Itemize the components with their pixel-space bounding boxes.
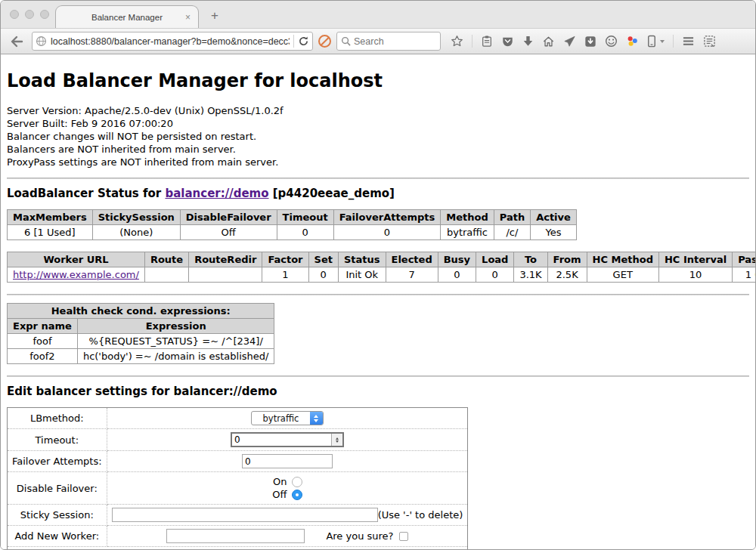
worker-data-row: http://www.example.com/ 1 0 Init Ok 7 0 … [8,267,756,283]
feedback-button[interactable] [605,35,618,48]
cell-expr-name-1: foof [8,334,78,349]
col-routeredir: RouteRedir [189,252,262,267]
health-table-title: Health check cond. expressions: [8,304,274,319]
radio-off[interactable] [292,490,302,500]
confirm-checkbox[interactable] [399,532,408,541]
cell-expression-2: hc('body') =~ /domain is established/ [77,349,274,364]
pocket-icon [501,36,514,48]
col-timeout: Timeout [277,210,333,225]
home-button[interactable] [542,36,555,48]
col-set: Set [308,252,338,267]
colors-extension-button[interactable] [626,35,639,48]
device-extension-button[interactable] [647,35,656,48]
failover-attempts-cell [107,451,468,472]
downloads-button[interactable] [522,36,534,48]
health-title-row: Health check cond. expressions: [8,304,274,319]
reload-button[interactable] [298,36,309,47]
col-status: Status [338,252,386,267]
pocket-button[interactable] [501,36,514,48]
persist-warning-line: Balancer changes will NOT be persisted o… [7,130,749,143]
health-header-row: Expr name Expression [8,319,274,334]
cell-maxmembers: 6 [1 Used] [8,225,93,240]
sticky-session-row: Sticky Session: (Use '-' to delete) [8,505,468,526]
device-icon [647,35,656,48]
cell-busy: 0 [438,267,476,283]
disable-failover-label: Disable Failover: [8,472,107,505]
cell-load: 0 [476,267,514,283]
hamburger-icon [682,36,695,47]
new-tab-button[interactable]: + [211,8,218,23]
submit-row: Submit [8,547,468,550]
select-stepper-icon [310,411,323,425]
worker-url-link[interactable]: http://www.example.com/ [13,269,139,280]
sticky-session-label: Sticky Session: [8,505,107,526]
cell-failoverattempts: 0 [333,225,441,240]
divider-2 [7,294,749,295]
minimize-window-button[interactable] [25,10,34,19]
proxypass-warning-line: ProxyPass settings are NOT inherited fro… [7,156,749,168]
failover-attempts-label: Failover Attempts: [8,451,107,472]
radio-on-label: On [273,475,287,488]
failover-attempts-input[interactable] [242,454,333,468]
confirm-label: Are you sure? [326,530,393,542]
cell-active: Yes [531,225,577,240]
zoom-window-button[interactable] [40,10,49,19]
health-row-foof2: foof2 hc('body') =~ /domain is establish… [8,349,274,364]
lbmethod-select[interactable]: bytraffic [251,411,324,425]
divider-3 [7,375,749,377]
col-failoverattempts: FailoverAttempts [333,210,441,225]
cell-set: 0 [308,267,338,283]
cell-route [144,267,188,283]
sticky-session-hint: (Use '-' to delete) [378,509,463,521]
bookmark-star-button[interactable] [451,35,463,48]
col-hc-method: HC Method [587,252,658,267]
url-text[interactable]: localhost:8880/balancer-manager?b=demo&n… [51,36,290,47]
reload-icon [298,36,309,47]
lbmethod-label: LBmethod: [8,408,107,429]
timeout-cell [107,429,468,451]
reading-list-button[interactable] [481,35,493,48]
tab-bar: Balancer Manager × + [1,1,755,28]
window-controls [10,10,49,19]
cell-expr-name-2: foof2 [8,349,78,364]
divider [7,178,749,179]
square-download-icon [584,36,596,48]
lbmethod-cell: bytraffic [107,408,468,429]
dropdown-caret-icon[interactable] [660,40,665,43]
timeout-input[interactable] [232,434,331,445]
send-icon [563,36,576,48]
grid-icon [703,35,716,48]
balancer-demo-link[interactable]: balancer://demo [165,187,268,200]
extension-download-button[interactable] [584,36,596,48]
cell-factor: 1 [262,267,308,283]
sticky-session-cell: (Use '-' to delete) [107,505,468,526]
edit-balancer-form: LBmethod: bytraffic Timeout: [7,407,468,550]
search-box[interactable] [336,32,441,51]
failover-attempts-row: Failover Attempts: [8,451,468,472]
health-check-table: Health check cond. expressions: Expr nam… [7,303,274,364]
edit-settings-heading: Edit balancer settings for balancer://de… [7,385,749,398]
cell-path: /c/ [494,225,530,240]
sticky-session-input[interactable] [112,508,378,522]
add-worker-input[interactable] [166,529,305,543]
menu-button[interactable] [682,36,695,47]
col-expression: Expression [77,319,274,334]
tab-balancer-manager[interactable]: Balancer Manager × [55,5,199,28]
radio-on[interactable] [292,477,302,487]
add-worker-cell: Are you sure? [107,526,468,547]
screenshot-extension-button[interactable] [703,35,716,48]
search-input[interactable] [354,36,429,47]
send-tab-button[interactable] [563,36,576,48]
server-built-line: Server Built: Feb 9 2016 07:00:20 [7,117,749,130]
number-spinner-icon[interactable] [331,434,342,446]
blocked-plugin-icon[interactable] [318,35,331,48]
url-bar[interactable]: localhost:8880/balancer-manager?b=demo&n… [32,32,313,51]
col-worker-url: Worker URL [8,252,145,267]
close-window-button[interactable] [10,10,19,19]
disable-failover-cell: On Off [107,472,468,505]
col-route: Route [144,252,188,267]
globe-icon[interactable] [36,36,47,47]
tab-close-icon[interactable]: × [185,12,191,23]
back-button[interactable] [7,32,26,51]
server-version-line: Server Version: Apache/2.5.0-dev (Unix) … [7,104,749,117]
